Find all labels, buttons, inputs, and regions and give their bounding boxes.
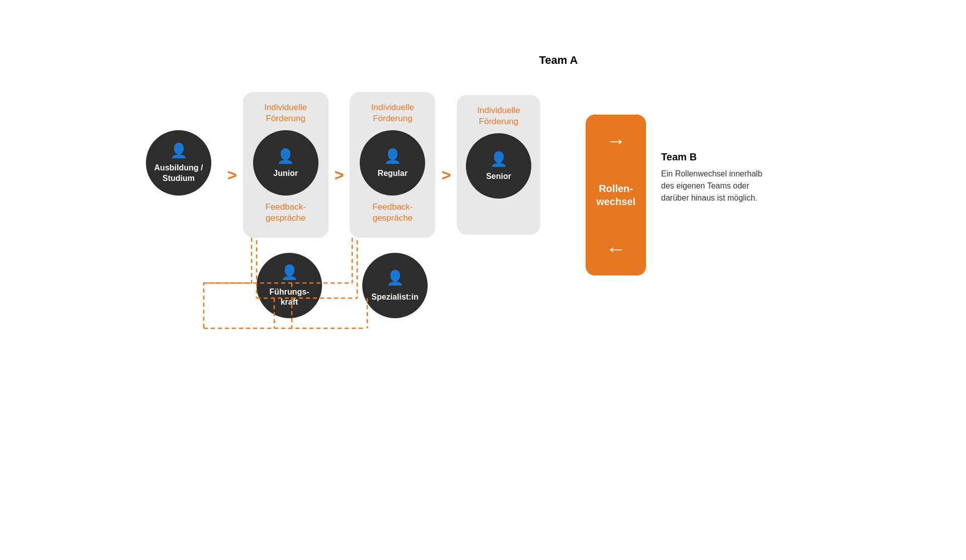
circle-regular: 👤 Regular	[360, 130, 425, 196]
person-icon-senior: 👤	[490, 150, 508, 168]
junior-bottom-label: Feedback-gespräche	[266, 202, 306, 228]
person-icon-ausbildung: 👤	[170, 142, 188, 160]
node-fuehrungskraft: 👤 Führungs-kraft	[257, 253, 322, 318]
team-a-label: Team A	[257, 54, 860, 67]
arrow-right-icon: →	[606, 130, 626, 152]
senior-top-label: IndividuelleFörderung	[477, 105, 520, 127]
team-b-label: Team B	[661, 151, 772, 163]
rollenwechsel-box: → Rollen- wechsel ←	[586, 115, 646, 275]
person-icon-spezialist: 👤	[386, 269, 404, 287]
spezialist-label: Spezialist:in	[371, 292, 418, 303]
circle-fuehrungskraft: 👤 Führungs-kraft	[257, 253, 322, 318]
regular-label: Regular	[378, 168, 408, 179]
fuehrungskraft-label: Führungs-kraft	[269, 287, 309, 308]
rollenwechsel-label: Rollen- wechsel	[593, 182, 638, 208]
regular-bottom-label: Feedback-gespräche	[372, 202, 413, 228]
ausbildung-label: Ausbildung /Studium	[154, 163, 203, 184]
arrow-2: >	[335, 166, 344, 184]
person-icon-regular: 👤	[384, 147, 401, 165]
main-flow: 👤 Ausbildung /Studium > IndividuelleFörd…	[136, 92, 540, 238]
arrow-left-icon: ←	[606, 238, 626, 260]
circle-senior: 👤 Senior	[466, 133, 531, 199]
arrow-3: >	[441, 166, 451, 184]
junior-top-label: IndividuelleFörderung	[264, 102, 307, 124]
circle-ausbildung: 👤 Ausbildung /Studium	[146, 130, 211, 196]
lower-row: 👤 Führungs-kraft 👤 Spezialist:in	[242, 253, 540, 318]
node-regular: IndividuelleFörderung 👤 Regular Feedback…	[350, 92, 435, 238]
arrow-1: >	[227, 166, 237, 184]
junior-label: Junior	[273, 168, 298, 179]
circle-spezialist: 👤 Spezialist:in	[362, 253, 428, 318]
person-icon-junior: 👤	[277, 147, 294, 165]
team-b-section: Team B Ein Rollenwechsel innerhalb des e…	[661, 151, 772, 204]
team-b-description: Ein Rollenwechsel innerhalb des eigenen …	[661, 168, 772, 204]
circle-junior: 👤 Junior	[253, 130, 318, 196]
node-junior: IndividuelleFörderung 👤 Junior Feedback-…	[243, 92, 329, 238]
senior-label: Senior	[486, 171, 511, 182]
node-spezialist: 👤 Spezialist:in	[362, 253, 428, 318]
node-ausbildung: 👤 Ausbildung /Studium	[136, 98, 221, 232]
regular-top-label: IndividuelleFörderung	[371, 102, 414, 124]
diagram-container: Team A 👤 Ausbildung /Studium >	[106, 54, 860, 506]
person-icon-fuehrungskraft: 👤	[281, 263, 298, 282]
node-senior: IndividuelleFörderung 👤 Senior	[457, 95, 540, 235]
